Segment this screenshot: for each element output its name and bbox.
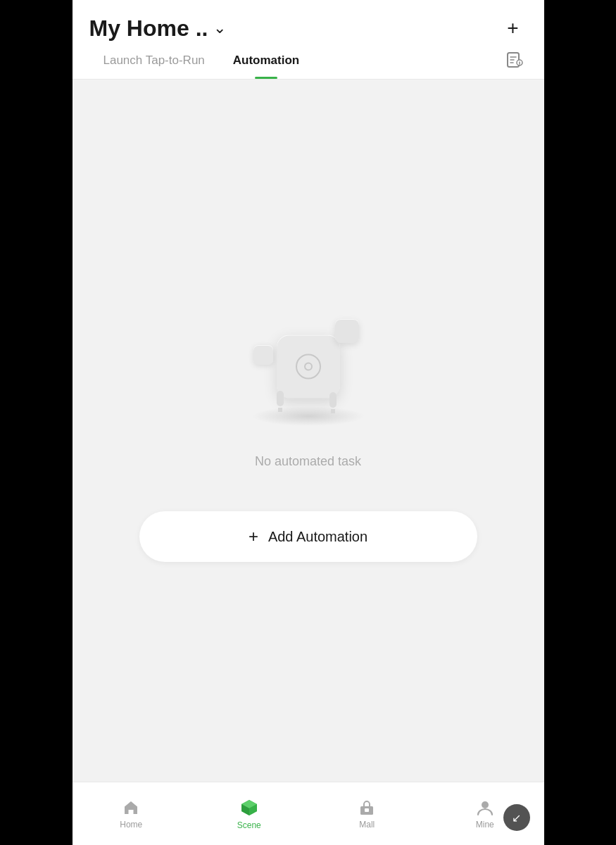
small-cube-left — [253, 345, 273, 365]
chevron-down-icon[interactable]: ⌄ — [213, 19, 226, 37]
home-icon — [122, 799, 140, 817]
nav-label-mine: Mine — [476, 820, 494, 830]
main-content: No automated task + Add Automation — [73, 80, 544, 845]
nav-label-home: Home — [120, 820, 142, 830]
add-automation-label: Add Automation — [268, 529, 367, 545]
svg-point-6 — [519, 65, 520, 66]
device-body-left — [277, 391, 284, 406]
svg-rect-8 — [365, 808, 369, 812]
header-title-row: My Home .. ⌄ — [89, 15, 227, 42]
device-body-right — [329, 392, 337, 408]
device-left — [277, 391, 284, 412]
add-automation-plus-icon: + — [249, 527, 258, 546]
empty-state-illustration: No automated task — [238, 306, 379, 469]
tabs-container: Launch Tap-to-Run Automation — [73, 42, 544, 80]
nav-item-scene[interactable]: Scene — [190, 798, 308, 830]
log-icon-button[interactable] — [502, 48, 527, 73]
nav-item-mall[interactable]: Mall — [308, 799, 427, 830]
plus-icon: + — [507, 17, 518, 39]
empty-state-text: No automated task — [255, 454, 361, 469]
cursor-badge: ↙ — [503, 804, 530, 831]
automation-illustration — [238, 306, 379, 433]
home-title: My Home .. — [89, 15, 208, 42]
svg-point-9 — [482, 801, 489, 808]
add-automation-button[interactable]: + Add Automation — [139, 511, 477, 562]
header: My Home .. ⌄ + — [73, 0, 544, 42]
nav-label-scene: Scene — [237, 820, 261, 830]
device-stand-right — [331, 409, 335, 413]
small-cube-top-right — [335, 319, 359, 343]
tab-tap-to-run[interactable]: Launch Tap-to-Run — [89, 42, 219, 79]
device-right — [329, 392, 337, 413]
floor-shadow — [252, 406, 365, 426]
main-cube — [277, 335, 340, 399]
phone-frame: My Home .. ⌄ + Launch Tap-to-Run Automat… — [73, 0, 544, 845]
nav-item-home[interactable]: Home — [73, 799, 191, 830]
cursor-arrow-icon: ↙ — [512, 811, 521, 825]
cube-circle-icon — [296, 354, 321, 380]
mall-icon — [358, 799, 376, 817]
add-button[interactable]: + — [499, 14, 527, 42]
nav-label-mall: Mall — [359, 820, 375, 830]
tab-automation[interactable]: Automation — [219, 42, 313, 79]
bottom-nav: Home Scene Mall — [73, 782, 544, 845]
scene-icon — [239, 798, 259, 818]
log-icon — [505, 51, 524, 70]
device-stand-left — [278, 408, 282, 412]
profile-icon — [476, 799, 494, 817]
